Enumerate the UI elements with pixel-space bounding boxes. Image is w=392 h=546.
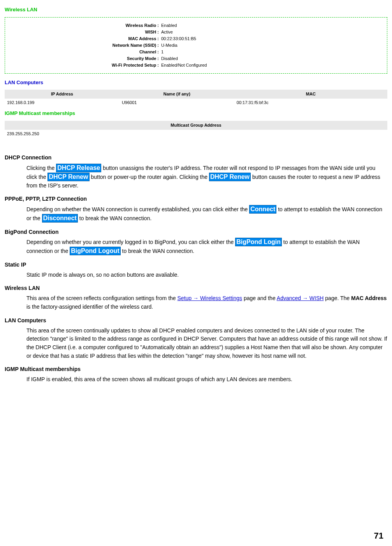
- lan-computers-table: IP Address Name (if any) MAC 192.168.0.1…: [5, 90, 387, 107]
- kv-row: Network Name (SSID) : U-Media: [9, 42, 383, 49]
- col-name: Name (if any): [120, 90, 234, 99]
- term-lan-computers: LAN Computers: [5, 317, 387, 324]
- kv-label: WISH :: [9, 29, 161, 35]
- term-dhcp: DHCP Connection: [5, 154, 387, 161]
- table-row: 239.255.255.250: [5, 130, 387, 138]
- table-row: 192.168.0.199 U96001 00:17:31:f5:bf:3c: [5, 99, 387, 107]
- text: to break the WAN connection.: [121, 248, 194, 254]
- kv-label: Wireless Radio :: [9, 22, 161, 29]
- cell-name: U96001: [120, 99, 234, 107]
- col-mcast-addr: Multicast Group Address: [5, 121, 387, 130]
- dhcp-renew-button[interactable]: DHCP Renew: [209, 173, 251, 181]
- igmp-table: Multicast Group Address 239.255.255.250: [5, 121, 387, 138]
- text-mac-address: MAC Address: [351, 295, 387, 301]
- kv-value: 00:22:33:00:51:B5: [161, 35, 383, 42]
- dhcp-release-button[interactable]: DHCP Release: [56, 164, 101, 172]
- connect-button[interactable]: Connect: [249, 205, 276, 214]
- kv-value: U-Media: [161, 42, 383, 49]
- cell-mcast-addr: 239.255.255.250: [5, 130, 387, 138]
- text: Depending on whether the WAN connection …: [26, 206, 249, 212]
- link-wish[interactable]: Advanced → WISH: [277, 295, 324, 301]
- col-mac: MAC: [234, 90, 387, 99]
- kv-value: Disabled: [161, 55, 383, 62]
- text: page. The: [323, 295, 351, 301]
- cell-mac: 00:17:31:f5:bf:3c: [234, 99, 387, 107]
- def-bigpond: Depending on whether you are currently l…: [26, 238, 387, 255]
- text: is the factory-assigned identifier of th…: [26, 304, 153, 310]
- def-wireless-lan: This area of the screen reflects configu…: [26, 294, 387, 311]
- kv-row: Wireless Radio : Enabled: [9, 22, 383, 29]
- disconnect-button[interactable]: Disconnect: [42, 214, 78, 223]
- link-wireless-settings[interactable]: Setup → Wireless Settings: [178, 295, 243, 301]
- section-title-igmp: IGMP Multicast memberships: [5, 110, 387, 117]
- kv-label: Channel :: [9, 49, 161, 55]
- kv-value: Enabled: [161, 22, 383, 29]
- text: Clicking the: [26, 165, 56, 171]
- kv-row: WISH : Active: [9, 29, 383, 35]
- wireless-status-box: Wireless Radio : Enabled WISH : Active M…: [5, 17, 387, 74]
- table-header-row: Multicast Group Address: [5, 121, 387, 130]
- text: page and the: [242, 295, 277, 301]
- text: Depending on whether you are currently l…: [26, 239, 235, 245]
- term-wireless-lan: Wireless LAN: [5, 284, 387, 292]
- kv-label: Security Mode :: [9, 55, 161, 62]
- kv-value: 1: [161, 49, 383, 55]
- dhcp-renew-button[interactable]: DHCP Renew: [47, 173, 89, 181]
- bigpond-logout-button[interactable]: BigPond Logout: [70, 247, 120, 255]
- term-bigpond: BigPond Connection: [5, 228, 387, 236]
- term-pppoe: PPPoE, PPTP, L2TP Connection: [5, 195, 387, 203]
- kv-label: Wi-Fi Protected Setup :: [9, 62, 161, 69]
- def-pppoe: Depending on whether the WAN connection …: [26, 205, 387, 223]
- col-ip: IP Address: [5, 90, 120, 99]
- kv-label: Network Name (SSID) :: [9, 42, 161, 49]
- kv-label: MAC Address :: [9, 35, 161, 42]
- kv-value: Active: [161, 29, 383, 35]
- term-static-ip: Static IP: [5, 261, 387, 269]
- kv-value: Enabled/Not Configured: [161, 62, 383, 69]
- def-dhcp: Clicking the DHCP Release button unassig…: [26, 164, 387, 190]
- section-title-wireless: Wireless LAN: [5, 6, 387, 13]
- term-igmp: IGMP Multicast memberships: [5, 366, 387, 373]
- section-title-lan-computers: LAN Computers: [5, 79, 387, 86]
- text: This area of the screen reflects configu…: [26, 295, 178, 301]
- kv-row: MAC Address : 00:22:33:00:51:B5: [9, 35, 383, 42]
- kv-row: Security Mode : Disabled: [9, 55, 383, 62]
- table-header-row: IP Address Name (if any) MAC: [5, 90, 387, 99]
- text: button or power-up the router again. Cli…: [90, 174, 209, 180]
- def-static-ip: Static IP mode is always on, so no actio…: [26, 271, 387, 279]
- cell-ip: 192.168.0.199: [5, 99, 120, 107]
- kv-row: Channel : 1: [9, 49, 383, 55]
- kv-row: Wi-Fi Protected Setup : Enabled/Not Conf…: [9, 62, 383, 69]
- bigpond-login-button[interactable]: BigPond Login: [235, 238, 282, 246]
- text: to break the WAN connection.: [78, 215, 151, 221]
- def-lan-computers: This area of the screen continually upda…: [26, 327, 387, 360]
- def-igmp: If IGMP is enabled, this area of the scr…: [26, 375, 387, 384]
